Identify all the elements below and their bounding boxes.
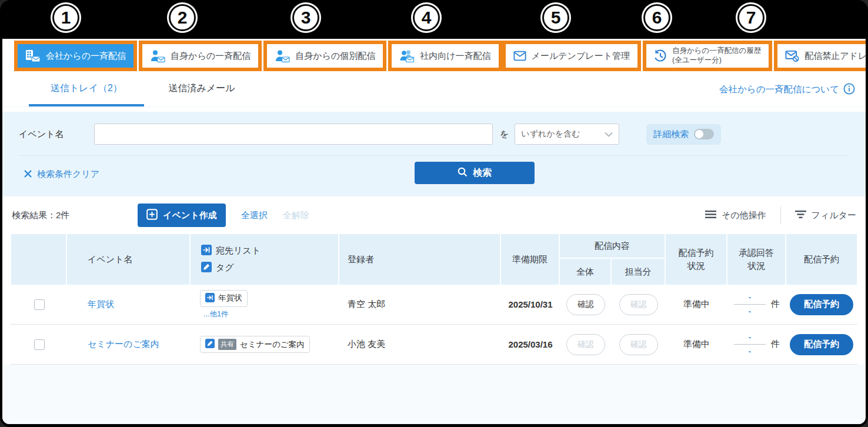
select-all-link[interactable]: 全選択 [241,210,268,221]
advanced-search-toggle[interactable]: 詳細検索 [646,124,721,145]
search-button[interactable]: 検索 [415,162,535,184]
header-deadline: 準備期限 [501,234,560,285]
results-bar: 検索結果：2件 イベント作成 全選択 全解除 その他操作 [2,196,866,234]
event-name-input[interactable] [94,124,493,145]
recipient-list-chip[interactable]: 年賀状 [200,290,248,307]
annotation-box-3: 自身からの個別配信 [263,41,386,71]
confirm-assigned-button: 確認 [619,294,658,315]
switch-knob [695,130,703,138]
clear-label: 検索条件クリア [37,169,99,180]
annotation-marker-2: 2 [169,4,196,31]
reserve-delivery-button[interactable]: 配信予約 [790,294,853,315]
toolbar-button-label: 自身からの一斉配信 [171,51,251,62]
registrant-name: 小池 友美 [339,339,501,350]
event-name-link[interactable]: セミナーのご案内 [67,339,191,350]
approved-count: - [734,293,766,305]
tag-icon [205,339,215,350]
create-event-label: イベント作成 [163,210,216,221]
toolbar-internal-broadcast-button[interactable]: 社内向け一斉配信 [392,44,498,68]
screenshot-frame: 1 2 3 4 5 6 7 会社からの一斉配信 [0,0,868,427]
filter-label: フィルター [812,210,856,221]
empty-area [2,365,866,424]
result-count: 検索結果：2件 [12,210,69,221]
unit-label: 件 [771,299,780,310]
table-row: セミナーのご案内 共有 セミナーのご案内 小池 友美 2025/03/16 確認… [11,325,857,365]
row-checkbox[interactable] [34,339,45,350]
header-event-name: イベント名 [67,234,191,285]
header-approval-status: 承認回答状況 [727,234,786,285]
total-count: - [734,345,766,356]
recipient-chip-cell: 年賀状 ...他1件 [191,290,339,319]
approval-fraction: - - [734,293,766,316]
info-icon[interactable] [843,83,855,97]
history-label-line2: (全ユーザー分) [672,56,761,65]
recipient-list-icon [201,245,212,257]
toolbar-button-label: 自身からの個別配信 [295,51,375,62]
tag-chip[interactable]: 共有 セミナーのご案内 [200,336,310,353]
annotation-marker-7: 7 [737,4,764,31]
header-checkbox-cell [11,234,67,285]
reserve-status-text: 準備中 [666,339,727,350]
header-registrant: 登録者 [339,234,501,285]
header-content-assigned: 担当分 [612,259,665,285]
annotation-marker-4: 4 [413,4,440,31]
create-event-button[interactable]: イベント作成 [138,204,225,227]
clear-search-conditions-link[interactable]: 検索条件クリア [24,169,99,180]
history-label-line1: 自身からの一斉配信の履歴 [672,46,761,56]
event-name-link[interactable]: 年賀状 [67,299,191,310]
history-icon [654,49,667,62]
toolbar-company-broadcast-button[interactable]: 会社からの一斉配信 [18,44,133,68]
tab-outbox[interactable]: 送信トレイ（2） [29,73,144,106]
approval-count-cell: - - 件 [727,293,786,316]
more-actions-button[interactable]: その他操作 [705,210,766,221]
chevron-down-icon [605,132,613,137]
header-reserve-status: 配信予約状況 [666,234,727,285]
header-reserve: 配信予約 [786,234,857,285]
about-broadcast-link[interactable]: 会社からの一斉配信について [719,73,855,106]
more-items-link[interactable]: ...他1件 [203,309,228,319]
registrant-name: 青空 太郎 [339,299,501,310]
table-header: イベント名 宛先リスト タグ 登録者 [11,234,857,285]
search-condition-row: イベント名 を いずれかを含む 詳細検索 [19,124,849,145]
header-delivery-content: 配信内容 [560,234,665,259]
reserve-delivery-button[interactable]: 配信予約 [790,334,853,355]
broadcast-history-button[interactable]: 自身からの一斉配信の履歴 (全ユーザー分) [646,44,769,68]
toolbar-button-label: メールテンプレート管理 [532,51,630,62]
mail-template-manage-button[interactable]: メールテンプレート管理 [506,44,637,68]
tag-chip-cell: 共有 セミナーのご案内 [191,336,339,353]
toolbar-button-label: 社内向け一斉配信 [420,51,490,62]
annotation-box-7: 配信禁止アドレス管理 [774,41,866,71]
blocked-address-manage-button[interactable]: 配信禁止アドレス管理 [777,44,866,68]
tab-sent-mail[interactable]: 送信済みメール [144,73,259,106]
app-window: 会社からの一斉配信 自身からの一斉配信 [2,39,866,424]
deselect-all-link: 全解除 [283,210,309,221]
row-checkbox[interactable] [34,299,45,310]
toolbar-right-group: メールテンプレート管理 自身からの一斉配信の履歴 (全ユーザー分) [502,41,866,71]
search-icon [458,167,468,179]
about-link-label: 会社からの一斉配信について [719,84,839,96]
reserve-status-text: 準備中 [666,299,727,310]
annotation-marker-6: 6 [643,4,670,31]
shared-badge: 共有 [218,339,236,350]
annotation-box-1: 会社からの一斉配信 [14,41,137,71]
advanced-search-label: 詳細検索 [653,129,689,140]
mail-block-icon [785,50,799,62]
results-bar-right: その他操作 フィルター [705,206,856,224]
chip-label: セミナーのご案内 [240,339,305,350]
match-type-value: いずれかを含む [521,129,580,139]
tab-bar: 送信トレイ（2） 送信済みメール 会社からの一斉配信について [2,73,866,107]
tag-icon [201,262,212,274]
annotation-box-5: メールテンプレート管理 [502,41,641,71]
plus-icon [146,209,158,222]
top-toolbar: 会社からの一斉配信 自身からの一斉配信 [2,39,866,73]
filter-button[interactable]: フィルター [795,210,856,221]
recipient-list-icon [205,293,215,304]
advanced-search-switch[interactable] [694,129,714,139]
toolbar-individual-send-button[interactable]: 自身からの個別配信 [267,44,383,68]
annotation-box-2: 自身からの一斉配信 [139,41,262,71]
toolbar-self-broadcast-button[interactable]: 自身からの一斉配信 [142,44,258,68]
match-type-select[interactable]: いずれかを含む [515,124,619,145]
toolbar-left-group: 会社からの一斉配信 自身からの一斉配信 [14,41,502,71]
confirm-whole-button[interactable]: 確認 [566,294,605,315]
table-row: 年賀状 年賀状 ...他1件 青空 太郎 2025/10/31 確認 確認 準備… [11,285,857,325]
